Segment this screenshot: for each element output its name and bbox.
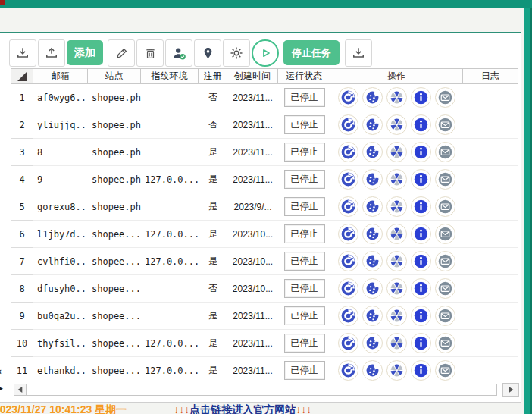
row-number[interactable]: 5 <box>11 193 33 221</box>
status-button[interactable]: 已停止 <box>284 170 325 189</box>
header-run-status[interactable]: 运行状态 <box>278 68 330 84</box>
fan-button[interactable] <box>386 196 407 217</box>
info-button[interactable] <box>411 87 431 108</box>
fan-button[interactable] <box>386 224 407 244</box>
fan-button[interactable] <box>386 251 407 271</box>
mail-button[interactable] <box>435 169 455 190</box>
row-number[interactable]: 4 <box>11 166 33 193</box>
status-button[interactable]: 已停止 <box>284 279 325 298</box>
export-log-button[interactable] <box>345 39 372 67</box>
mail-button[interactable] <box>435 142 455 162</box>
info-button[interactable] <box>411 360 431 381</box>
info-button[interactable] <box>411 196 431 217</box>
mail-button[interactable] <box>435 251 455 271</box>
status-button[interactable]: 已停止 <box>284 88 325 107</box>
mail-button[interactable] <box>435 360 455 381</box>
mail-button[interactable] <box>435 196 455 217</box>
fan-button[interactable] <box>386 142 407 162</box>
row-number[interactable]: 9 <box>11 303 33 330</box>
cookie-button[interactable] <box>362 142 383 162</box>
mail-button[interactable] <box>435 278 455 299</box>
close-icon[interactable] <box>0 0 5 5</box>
cookie-button[interactable] <box>362 169 383 190</box>
header-site[interactable]: 站点 <box>88 68 141 84</box>
import-button[interactable] <box>9 39 36 67</box>
status-button[interactable]: 已停止 <box>284 197 325 216</box>
status-button[interactable]: 已停止 <box>284 224 325 243</box>
export-button[interactable] <box>38 39 65 67</box>
info-button[interactable] <box>411 306 431 326</box>
row-number[interactable]: 11 <box>11 357 33 384</box>
header-operations[interactable]: 操作 <box>330 68 463 84</box>
chrome-button[interactable] <box>338 333 358 353</box>
settings-button[interactable] <box>223 39 250 67</box>
chrome-button[interactable] <box>338 87 358 108</box>
cookie-button[interactable] <box>362 224 383 244</box>
fan-button[interactable] <box>386 306 407 326</box>
chrome-button[interactable] <box>338 196 358 217</box>
chrome-button[interactable] <box>338 224 358 244</box>
chrome-button[interactable] <box>338 278 358 299</box>
chrome-button[interactable] <box>338 114 358 135</box>
stop-task-button[interactable]: 停止任务 <box>283 40 340 65</box>
fan-button[interactable] <box>386 114 407 135</box>
select-all-corner[interactable] <box>11 68 33 84</box>
status-button[interactable]: 已停止 <box>284 252 325 271</box>
chrome-button[interactable] <box>338 251 358 271</box>
row-number[interactable]: 7 <box>11 248 33 275</box>
fan-button[interactable] <box>386 333 407 353</box>
start-task-button[interactable] <box>252 39 279 67</box>
mail-button[interactable] <box>435 224 455 244</box>
cookie-button[interactable] <box>362 196 383 217</box>
cookie-button[interactable] <box>362 251 383 271</box>
header-email[interactable]: 邮箱 <box>33 68 88 84</box>
info-button[interactable] <box>411 114 431 135</box>
cookie-button[interactable] <box>362 333 383 353</box>
info-button[interactable] <box>411 224 431 244</box>
proxy-location-button[interactable] <box>194 39 221 67</box>
info-button[interactable] <box>411 278 431 299</box>
row-number[interactable]: 10 <box>11 330 33 357</box>
scroll-left-button[interactable] <box>14 384 27 396</box>
header-created-time[interactable]: 创建时间 <box>227 68 278 84</box>
row-number[interactable]: 3 <box>11 139 33 166</box>
mail-button[interactable] <box>435 87 455 108</box>
cookie-button[interactable] <box>362 360 383 381</box>
mail-button[interactable] <box>435 306 455 326</box>
mail-button[interactable] <box>435 114 455 135</box>
fan-button[interactable] <box>386 360 407 381</box>
fan-button[interactable] <box>386 169 407 190</box>
footer-link[interactable]: 点击链接进入官方网站 <box>189 403 296 414</box>
horizontal-scrollbar-track[interactable] <box>27 384 497 396</box>
header-log[interactable]: 日志 <box>463 68 518 84</box>
row-number[interactable]: 8 <box>11 275 33 303</box>
add-button[interactable]: 添加 <box>67 40 103 65</box>
delete-button[interactable] <box>136 39 164 67</box>
cookie-button[interactable] <box>362 278 383 299</box>
account-check-button[interactable] <box>165 39 192 67</box>
cookie-button[interactable] <box>362 87 383 108</box>
info-button[interactable] <box>411 333 431 353</box>
row-number[interactable]: 2 <box>11 111 33 139</box>
status-button[interactable]: 已停止 <box>284 115 325 134</box>
info-button[interactable] <box>411 142 431 162</box>
scroll-right-button[interactable] <box>502 383 519 397</box>
status-button[interactable]: 已停止 <box>284 334 325 353</box>
fan-button[interactable] <box>386 278 407 299</box>
chrome-button[interactable] <box>338 306 358 326</box>
cookie-button[interactable] <box>362 306 383 326</box>
mail-button[interactable] <box>435 333 455 353</box>
chrome-button[interactable] <box>338 142 358 162</box>
row-number[interactable]: 1 <box>11 84 33 111</box>
status-button[interactable]: 已停止 <box>284 361 325 380</box>
info-button[interactable] <box>411 251 431 271</box>
chrome-button[interactable] <box>338 169 358 190</box>
header-registered[interactable]: 注册 <box>199 68 227 84</box>
cookie-button[interactable] <box>362 114 383 135</box>
fan-button[interactable] <box>386 87 407 108</box>
row-number[interactable]: 6 <box>11 221 33 248</box>
chrome-button[interactable] <box>338 360 358 381</box>
edit-button[interactable] <box>108 39 135 67</box>
header-fingerprint-env[interactable]: 指纹环境 <box>141 68 199 84</box>
status-button[interactable]: 已停止 <box>284 143 325 162</box>
